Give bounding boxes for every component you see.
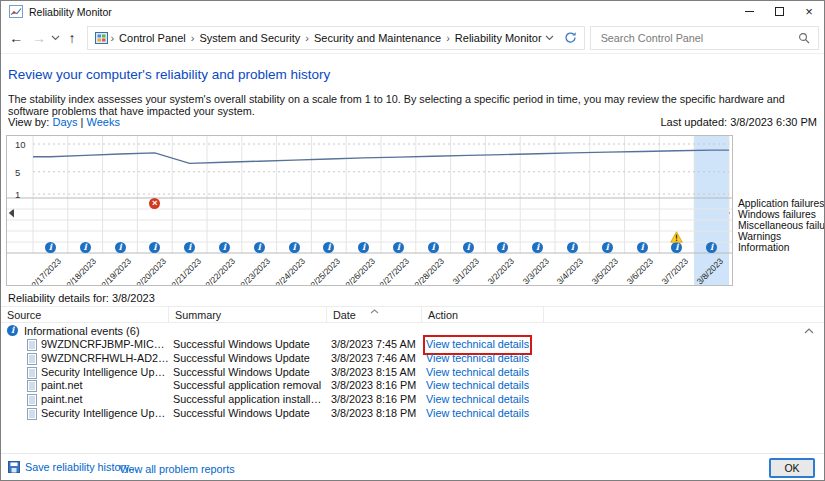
last-updated-text: Last updated: 3/8/2023 6:30 PM [660, 116, 817, 128]
view-by-switch: View by: Days | Weeks [8, 116, 120, 128]
document-icon [27, 394, 37, 406]
event-date: 3/8/2023 8:16 PM [331, 393, 423, 407]
address-bar[interactable]: ›Control Panel›System and Security›Secur… [87, 26, 584, 50]
event-date: 3/8/2023 8:15 AM [331, 366, 423, 380]
informational-events-group-row[interactable]: i Informational events (6) [1, 323, 825, 338]
information-event-icon[interactable]: i [80, 242, 91, 253]
document-icon [27, 353, 37, 365]
information-event-icon[interactable]: i [428, 242, 439, 253]
view-technical-details-link[interactable]: View technical details [426, 366, 529, 380]
y-axis-tick-label: 5 [15, 167, 20, 178]
reliability-details-table: Source Summary Date Action i Information… [1, 306, 825, 421]
info-icon: i [7, 325, 18, 336]
navigation-bar: ← → ↑ ›Control Panel›System and Security… [1, 22, 824, 54]
column-header-summary[interactable]: Summary [169, 307, 327, 323]
maximize-button[interactable] [764, 1, 794, 22]
event-row-label: Application failures [738, 198, 824, 209]
information-event-icon[interactable]: i [602, 242, 613, 253]
event-table-row[interactable]: Security Intelligence Update for...Succe… [1, 366, 825, 380]
details-title: Reliability details for: 3/8/2023 [8, 292, 155, 304]
close-button[interactable]: × [794, 1, 824, 22]
event-source: 9WZDNCRFHWLH-AD2F1837.... [41, 352, 169, 366]
breadcrumb-separator-icon: › [189, 32, 197, 44]
breadcrumb-item-reliability-monitor[interactable]: Reliability Monitor [452, 32, 545, 44]
event-table-row[interactable]: paint.netSuccessful application installa… [1, 393, 825, 407]
back-button[interactable]: ← [6, 26, 27, 50]
event-table-row[interactable]: 9WZDNCRFHWLH-AD2F1837....Successful Wind… [1, 352, 825, 366]
search-input[interactable] [599, 31, 798, 45]
view-technical-details-link[interactable]: View technical details [426, 379, 529, 393]
column-header-source[interactable]: Source [1, 307, 169, 323]
failure-category-labels: Application failuresWindows failuresMisc… [738, 136, 825, 198]
document-icon [27, 339, 37, 351]
refresh-icon[interactable] [564, 31, 577, 44]
information-event-icon[interactable]: i [393, 242, 404, 253]
event-row-label: Windows failures [738, 209, 816, 220]
breadcrumb-separator-icon: › [303, 32, 311, 44]
event-summary: Successful application removal [173, 379, 325, 393]
view-technical-details-link[interactable]: View technical details [426, 407, 529, 421]
information-event-icon[interactable]: i [45, 242, 56, 253]
address-dropdown-icon[interactable] [545, 35, 554, 41]
page-title: Review your computer's reliability and p… [8, 67, 330, 82]
event-summary: Successful Windows Update [173, 366, 325, 380]
titlebar: Reliability Monitor × [1, 1, 824, 22]
control-panel-icon [95, 32, 108, 44]
recent-pages-chevron-icon[interactable] [51, 35, 59, 41]
event-summary: Successful Windows Update [173, 407, 325, 421]
information-event-icon[interactable]: i [115, 242, 126, 253]
y-axis-tick-label: 1 [15, 189, 20, 200]
column-header-action[interactable]: Action [422, 307, 544, 323]
event-summary: Successful Windows Update [173, 338, 325, 352]
event-date: 3/8/2023 7:46 AM [331, 352, 423, 366]
search-icon [798, 32, 810, 44]
document-icon [27, 380, 37, 392]
up-button[interactable]: ↑ [62, 26, 83, 50]
information-event-icon[interactable]: i [567, 242, 578, 253]
sort-ascending-icon [370, 309, 379, 314]
document-icon [27, 367, 37, 379]
view-all-problem-reports-link[interactable]: View all problem reports [119, 463, 235, 475]
document-icon [27, 408, 37, 420]
view-technical-details-link[interactable]: View technical details [426, 393, 529, 407]
event-source: Security Intelligence Update for... [41, 407, 169, 421]
view-by-weeks-link[interactable]: Weeks [86, 116, 119, 128]
collapse-chevron-icon[interactable] [804, 328, 814, 334]
information-event-icon[interactable]: i [463, 242, 474, 253]
view-technical-details-link[interactable]: View technical details [426, 352, 529, 366]
view-by-label: View by: [8, 116, 49, 128]
breadcrumb-item-control-panel[interactable]: Control Panel [116, 32, 189, 44]
view-technical-details-link[interactable]: View technical details [426, 338, 529, 352]
event-source: paint.net [41, 393, 169, 407]
minimize-icon [745, 11, 754, 12]
warning-event-icon[interactable] [670, 231, 683, 243]
breadcrumb: ›Control Panel›System and Security›Secur… [108, 32, 544, 44]
event-summary: Successful application installation [173, 393, 325, 407]
event-summary: Successful Windows Update [173, 352, 325, 366]
breadcrumb-item-system-and-security[interactable]: System and Security [196, 32, 303, 44]
breadcrumb-item-security-and-maintenance[interactable]: Security and Maintenance [311, 32, 444, 44]
information-event-icon[interactable]: i [254, 242, 265, 253]
search-box[interactable] [590, 26, 819, 50]
view-by-days-link[interactable]: Days [52, 116, 77, 128]
stability-chart[interactable]: 1051iiiiiiiiiiiiiiiiiiii×2/17/20232/18/2… [6, 135, 733, 286]
event-date: 3/8/2023 8:16 PM [331, 379, 423, 393]
event-source: 9WZDNCRFJBMP-MICROSOFT.... [41, 338, 169, 352]
group-label: Informational events (6) [24, 325, 140, 337]
event-table-row[interactable]: paint.netSuccessful application removal3… [1, 379, 825, 393]
event-table-row[interactable]: 9WZDNCRFJBMP-MICROSOFT....Successful Win… [1, 338, 825, 352]
save-icon [8, 461, 20, 473]
minimize-button[interactable] [734, 1, 764, 22]
forward-button[interactable]: → [29, 26, 50, 50]
y-axis-tick-label: 10 [15, 139, 26, 150]
window-title: Reliability Monitor [29, 6, 112, 18]
event-table-row[interactable]: Security Intelligence Update for...Succe… [1, 407, 825, 421]
event-row-label: Miscellaneous failures [738, 220, 825, 231]
information-event-icon[interactable]: i [219, 242, 230, 253]
reliability-monitor-window: Reliability Monitor × ← → ↑ ›Control Pan… [0, 0, 825, 481]
information-event-icon[interactable]: i [637, 242, 648, 253]
event-row-label: Warnings [738, 231, 781, 242]
information-event-icon[interactable]: i [289, 242, 300, 253]
breadcrumb-separator-icon: › [108, 32, 116, 44]
ok-button[interactable]: OK [769, 458, 815, 478]
